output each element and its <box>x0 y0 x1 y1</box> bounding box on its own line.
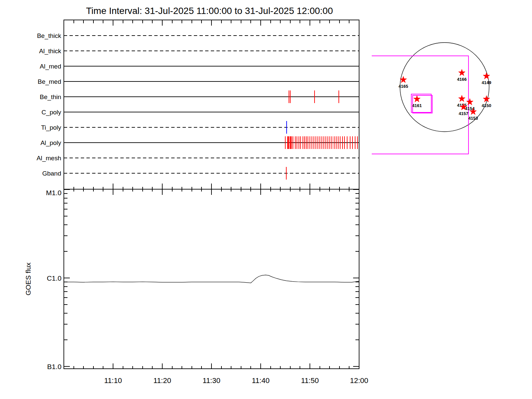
filter-label-Ti_poly: Ti_poly <box>41 124 61 131</box>
filter-label-Gband: Gband <box>42 170 61 177</box>
filter-label-Al_mesh: Al_mesh <box>37 155 61 162</box>
plot-canvas: Time Interval: 31-Jul-2025 11:00:00 to 3… <box>0 0 532 399</box>
timeline-border <box>64 20 359 189</box>
active-region-star-4166 <box>459 69 465 76</box>
filter-label-Be_thick: Be_thick <box>37 32 61 40</box>
active-region-star-4154 <box>466 99 473 105</box>
solar-disk-panel: 416541664149416141554154415041574153 <box>372 43 491 154</box>
observation-plot: Time Interval: 31-Jul-2025 11:00:00 to 3… <box>0 0 532 399</box>
active-region-star-4161 <box>414 96 420 102</box>
goes-x-label-12:00: 12:00 <box>350 376 368 385</box>
goes-x-label-11:50: 11:50 <box>301 376 319 385</box>
active-region-star-4155 <box>459 95 465 102</box>
goes-flux-curve <box>64 275 359 283</box>
active-region-label-4166: 4166 <box>457 77 467 82</box>
goes-y-label-B1.0: B1.0 <box>47 363 62 370</box>
filter-label-Al_med: Al_med <box>40 63 61 70</box>
active-region-label-4149: 4149 <box>482 80 491 85</box>
goes-x-label-11:40: 11:40 <box>252 376 269 385</box>
goes-border <box>64 189 359 369</box>
goes-y-label-M1.0: M1.0 <box>46 189 62 197</box>
filter-timeline-panel: Be_thickAl_thickAl_medBe_medBe_thinC_pol… <box>37 20 359 195</box>
filter-label-Al_poly: Al_poly <box>41 139 62 147</box>
goes-x-label-11:20: 11:20 <box>153 376 171 385</box>
active-region-label-4161: 4161 <box>412 103 422 108</box>
page-title: Time Interval: 31-Jul-2025 11:00:00 to 3… <box>86 6 333 16</box>
filter-label-Be_med: Be_med <box>38 78 61 85</box>
filter-label-Al_thick: Al_thick <box>39 48 61 55</box>
active-region-star-4149 <box>483 73 490 79</box>
filter-label-Be_thin: Be_thin <box>40 93 61 101</box>
active-region-label-4165: 4165 <box>399 84 408 89</box>
active-region-star-4150 <box>483 96 490 102</box>
goes-flux-panel: M1.0C1.0B1.011:1011:2011:3011:4011:5012:… <box>24 189 368 385</box>
goes-y-axis-title: GOES flux <box>24 262 32 296</box>
goes-y-label-C1.0: C1.0 <box>47 274 62 282</box>
goes-x-label-11:30: 11:30 <box>202 376 220 385</box>
goes-x-label-11:10: 11:10 <box>104 376 122 385</box>
filter-label-C_poly: C_poly <box>42 109 62 116</box>
active-region-label-4157: 4157 <box>459 111 468 116</box>
active-region-label-4153: 4153 <box>468 116 478 121</box>
active-region-label-4150: 4150 <box>482 103 491 108</box>
